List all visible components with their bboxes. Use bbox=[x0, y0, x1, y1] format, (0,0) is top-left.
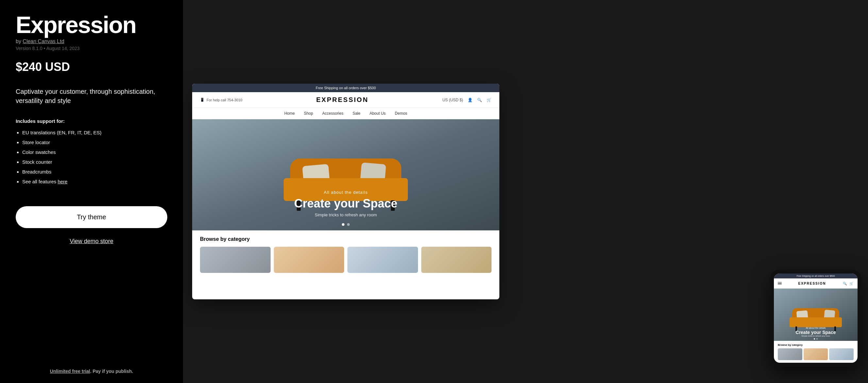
mob-header: EXPRESSION 🔍 🛒 bbox=[774, 279, 858, 289]
user-icon[interactable]: 👤 bbox=[468, 98, 472, 102]
theme-version: Version 8.1.0 • August 14, 2023 bbox=[16, 46, 167, 51]
mob-search-icon[interactable]: 🔍 bbox=[842, 281, 847, 286]
nav-accessories[interactable]: Accessories bbox=[322, 111, 343, 116]
list-item: Store locator bbox=[22, 137, 167, 148]
mob-logo: EXPRESSION bbox=[798, 282, 826, 285]
mob-hero-subtitle: All about the details bbox=[774, 327, 858, 329]
mobile-screen: Free Shipping on all orders over $500 EX… bbox=[774, 274, 858, 363]
hamburger-icon[interactable] bbox=[778, 282, 782, 285]
desktop-mockup: Free Shipping on all orders over $500 📱 … bbox=[192, 84, 499, 299]
mob-hero-title: Create your Space bbox=[774, 330, 858, 335]
theme-title: Expression bbox=[16, 13, 167, 37]
theme-tagline: Captivate your customer, through sophist… bbox=[16, 87, 167, 105]
category-card-4[interactable] bbox=[421, 247, 492, 273]
nav-demos[interactable]: Demos bbox=[395, 111, 407, 116]
mob-topbar: Free Shipping on all orders over $500 bbox=[774, 274, 858, 279]
mob-browse-title: Browse by category bbox=[778, 344, 854, 346]
hero-subtitle: All about the details bbox=[192, 190, 499, 195]
store-nav: Home Shop Accessories Sale About Us Demo… bbox=[192, 108, 499, 119]
mob-dot-2[interactable] bbox=[816, 338, 818, 340]
category-card-2[interactable] bbox=[274, 247, 344, 273]
search-icon[interactable]: 🔍 bbox=[477, 98, 482, 102]
nav-about[interactable]: About Us bbox=[370, 111, 385, 116]
mob-hero: All about the details Create your Space … bbox=[774, 289, 858, 341]
mob-sofa-seat bbox=[789, 317, 842, 327]
left-panel: Expression by Clean Canvas Ltd Version 8… bbox=[0, 0, 183, 383]
right-panel: Free Shipping on all orders over $500 📱 … bbox=[183, 0, 868, 383]
list-item: Color swatches bbox=[22, 148, 167, 157]
hero-desc: Simple tricks to refresh any room bbox=[192, 213, 499, 217]
by-label: by bbox=[16, 38, 21, 44]
list-item: Stock counter bbox=[22, 157, 167, 167]
view-demo-button[interactable]: View demo store bbox=[16, 235, 167, 248]
category-card-3[interactable] bbox=[347, 247, 418, 273]
hero-text: All about the details Create your Space … bbox=[192, 190, 499, 217]
browse-section: Browse by category bbox=[192, 230, 499, 273]
mob-cat-2[interactable] bbox=[804, 348, 828, 360]
mob-hero-desc: Simple tricks to refresh any room bbox=[774, 335, 858, 337]
mob-hero-text: All about the details Create your Space … bbox=[774, 327, 858, 337]
currency-selector[interactable]: US (USD $) bbox=[442, 98, 463, 102]
theme-author-line: by Clean Canvas Ltd bbox=[16, 38, 167, 44]
category-grid bbox=[200, 247, 492, 273]
mob-cat-1[interactable] bbox=[778, 348, 802, 360]
browse-title: Browse by category bbox=[200, 236, 492, 242]
hero-title: Create your Space bbox=[192, 197, 499, 211]
mobile-mockup: Free Shipping on all orders over $500 EX… bbox=[770, 269, 862, 366]
mob-hero-dots bbox=[814, 338, 818, 340]
mob-cat-3[interactable] bbox=[829, 348, 854, 360]
try-theme-button[interactable]: Try theme bbox=[16, 206, 167, 228]
cart-icon[interactable]: 🛒 bbox=[487, 98, 492, 102]
theme-price: $240 USD bbox=[16, 60, 167, 74]
mob-browse-section: Browse by category bbox=[774, 341, 858, 363]
nav-shop[interactable]: Shop bbox=[304, 111, 313, 116]
store-phone: 📱 For help call 754-3010 bbox=[200, 98, 242, 102]
trial-notice: Unlimited free trial. Pay if you publish… bbox=[0, 369, 183, 374]
store-logo: EXPRESSION bbox=[316, 96, 369, 104]
features-link[interactable]: here bbox=[58, 179, 67, 184]
features-list: EU translations (EN, FR, IT, DE, ES) Sto… bbox=[16, 128, 167, 187]
phone-label: For help call 754-3010 bbox=[207, 98, 242, 102]
category-card-1[interactable] bbox=[200, 247, 271, 273]
phone-icon: 📱 bbox=[200, 98, 205, 102]
nav-home[interactable]: Home bbox=[284, 111, 295, 116]
store-header: 📱 For help call 754-3010 EXPRESSION US (… bbox=[192, 92, 499, 108]
mob-cat-grid bbox=[778, 348, 854, 360]
list-item: See all features here bbox=[22, 177, 167, 187]
author-link[interactable]: Clean Canvas Ltd bbox=[23, 38, 64, 44]
trial-bold: Unlimited free trial bbox=[50, 369, 90, 374]
hero-dot-1[interactable] bbox=[342, 223, 344, 226]
trial-rest: . Pay if you publish. bbox=[90, 369, 133, 374]
store-header-actions: US (USD $) 👤 🔍 🛒 bbox=[442, 98, 492, 102]
mob-dot-1[interactable] bbox=[814, 338, 815, 340]
mob-icons: 🔍 🛒 bbox=[842, 281, 854, 286]
store-topbar: Free Shipping on all orders over $500 bbox=[192, 84, 499, 92]
includes-label: Includes support for: bbox=[16, 118, 167, 124]
list-item: Breadcrumbs bbox=[22, 167, 167, 177]
nav-sale[interactable]: Sale bbox=[352, 111, 361, 116]
hero-dot-2[interactable] bbox=[347, 223, 350, 226]
mob-cart-icon[interactable]: 🛒 bbox=[849, 281, 854, 286]
store-hero: All about the details Create your Space … bbox=[192, 119, 499, 230]
list-item: EU translations (EN, FR, IT, DE, ES) bbox=[22, 128, 167, 137]
hero-dots bbox=[342, 223, 350, 226]
